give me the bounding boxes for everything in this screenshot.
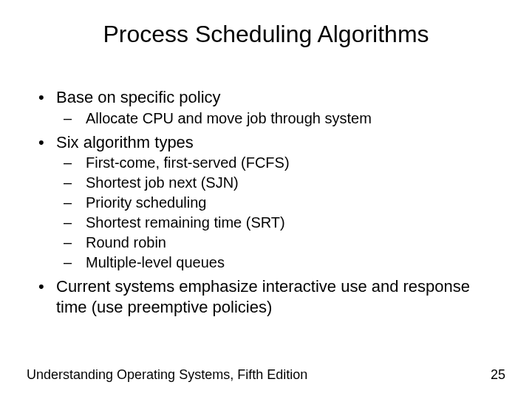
bullet-text: Multiple-level queues	[86, 254, 225, 270]
bullet-text: Current systems emphasize interactive us…	[56, 277, 470, 316]
slide-title: Process Scheduling Algorithms	[0, 21, 532, 48]
bullet-text: Six algorithm types	[56, 133, 194, 151]
bullet-level1: Base on specific policy	[38, 87, 497, 108]
bullet-level2: Multiple-level queues	[64, 253, 497, 272]
bullet-level2: Shortest remaining time (SRT)	[64, 214, 497, 232]
bullet-text: Priority scheduling	[86, 194, 206, 211]
bullet-text: Round robin	[86, 234, 166, 250]
bullet-level2: Round robin	[64, 233, 497, 252]
bullet-level1: Six algorithm types	[38, 132, 497, 153]
slide: Process Scheduling Algorithms Base on sp…	[0, 0, 532, 399]
slide-body: Base on specific policy Allocate CPU and…	[38, 87, 497, 318]
page-number: 25	[491, 367, 505, 383]
footer-source: Understanding Operating Systems, Fifth E…	[27, 367, 307, 383]
bullet-level2: Shortest job next (SJN)	[64, 174, 497, 192]
bullet-level2: First-come, first-served (FCFS)	[64, 154, 497, 172]
bullet-text: Base on specific policy	[56, 88, 221, 106]
bullet-text: Shortest remaining time (SRT)	[86, 214, 285, 231]
bullet-level2: Allocate CPU and move job through system	[64, 109, 497, 128]
bullet-level2: Priority scheduling	[64, 194, 497, 212]
bullet-text: Shortest job next (SJN)	[86, 174, 239, 191]
bullet-text: First-come, first-served (FCFS)	[86, 154, 290, 171]
bullet-level1: Current systems emphasize interactive us…	[38, 276, 497, 317]
bullet-text: Allocate CPU and move job through system	[86, 110, 372, 126]
